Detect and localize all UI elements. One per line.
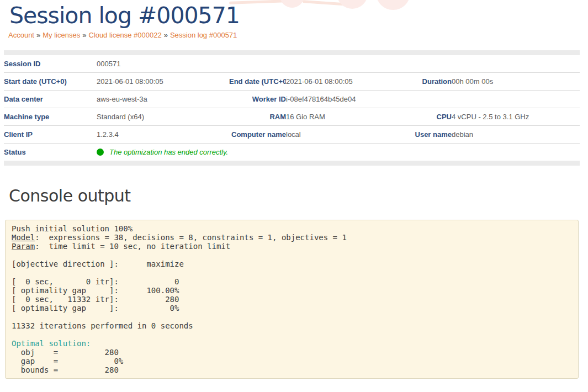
field-label: [409, 91, 452, 108]
field-label: Computer name: [229, 126, 286, 144]
field-value: [452, 91, 580, 108]
table-row-datacenter: Data center aws-eu-west-3a Worker ID i-0…: [4, 91, 580, 108]
field-value: 000571: [97, 53, 229, 73]
field-label: Worker ID: [229, 91, 286, 108]
breadcrumb-link-cloud-license[interactable]: Cloud license #000022: [88, 31, 161, 39]
field-value: 16 Gio RAM: [286, 108, 409, 126]
field-value: Standard (x64): [97, 108, 229, 126]
breadcrumb-separator: »: [164, 31, 168, 39]
field-label: Client IP: [4, 126, 97, 144]
field-label: CPU: [409, 108, 452, 126]
page-title: Session log #000571: [0, 0, 588, 29]
status-cell: The optimization has ended correctly.: [97, 144, 580, 163]
field-label: RAM: [229, 108, 286, 126]
field-label: Status: [4, 144, 97, 163]
field-label: Start date (UTC+0): [4, 73, 97, 91]
field-value: 00h 00m 00s: [452, 73, 580, 91]
status-message: The optimization has ended correctly.: [109, 148, 228, 156]
console-output-heading: Console output: [9, 186, 588, 206]
table-row-status: Status The optimization has ended correc…: [4, 144, 580, 163]
field-label: Session ID: [4, 53, 97, 73]
console-progress-lines: [ 0 sec, 0 itr]: 0 [ optimality gap ]: 1…: [12, 277, 179, 312]
console-model-stats: : expressions = 38, decisions = 8, const…: [35, 233, 347, 242]
field-value: i-08ef478164b45de04: [286, 91, 409, 108]
console-output: Push initial solution 100% Model: expres…: [5, 220, 579, 379]
field-value: 4 vCPU - 2.5 to 3.1 GHz: [452, 108, 580, 126]
console-line-push: Push initial solution 100%: [12, 224, 133, 233]
breadcrumb-link-my-licenses[interactable]: My licenses: [43, 31, 80, 39]
field-label: Machine type: [4, 108, 97, 126]
breadcrumb-separator: »: [36, 31, 40, 39]
session-details-table: Session ID 000571 Start date (UTC+0) 202…: [4, 50, 580, 166]
field-label: Data center: [4, 91, 97, 108]
console-optimal-label: Optimal solution:: [12, 339, 91, 348]
breadcrumb-link-account[interactable]: Account: [8, 31, 34, 39]
field-label: User name: [409, 126, 452, 144]
field-value: local: [286, 126, 409, 144]
field-value: aws-eu-west-3a: [97, 91, 229, 108]
field-label: [229, 53, 286, 73]
table-row-machine: Machine type Standard (x64) RAM 16 Gio R…: [4, 108, 580, 126]
table-row-dates: Start date (UTC+0) 2021-06-01 08:00:05 E…: [4, 73, 580, 91]
field-value: debian: [452, 126, 580, 144]
field-value: [452, 53, 580, 73]
breadcrumb: Account»My licenses»Cloud license #00002…: [0, 29, 588, 39]
console-result-lines: obj = 280 gap = 0% bounds = 280: [12, 348, 123, 374]
table-row-session-id: Session ID 000571: [4, 53, 580, 73]
breadcrumb-separator: »: [82, 31, 86, 39]
status-ok-icon: [97, 149, 104, 156]
breadcrumb-link-session-log[interactable]: Session log #000571: [170, 31, 237, 39]
field-label: [409, 53, 452, 73]
table-row-client: Client IP 1.2.3.4 Computer name local Us…: [4, 126, 580, 144]
console-param-stats: : time limit = 10 sec, no iteration limi…: [35, 242, 230, 251]
console-model-link[interactable]: Model: [12, 233, 35, 242]
field-value: 2021-06-01 08:00:05: [286, 73, 409, 91]
field-value: [286, 53, 409, 73]
console-iterations-line: 11332 iterations performed in 0 seconds: [12, 321, 193, 330]
console-objective-line: [objective direction ]: maximize: [12, 259, 184, 268]
field-label: End date (UTC+0): [229, 73, 286, 91]
field-label: Duration: [409, 73, 452, 91]
field-value: 1.2.3.4: [97, 126, 229, 144]
field-value: 2021-06-01 08:00:05: [97, 73, 229, 91]
console-param-link[interactable]: Param: [12, 242, 35, 251]
